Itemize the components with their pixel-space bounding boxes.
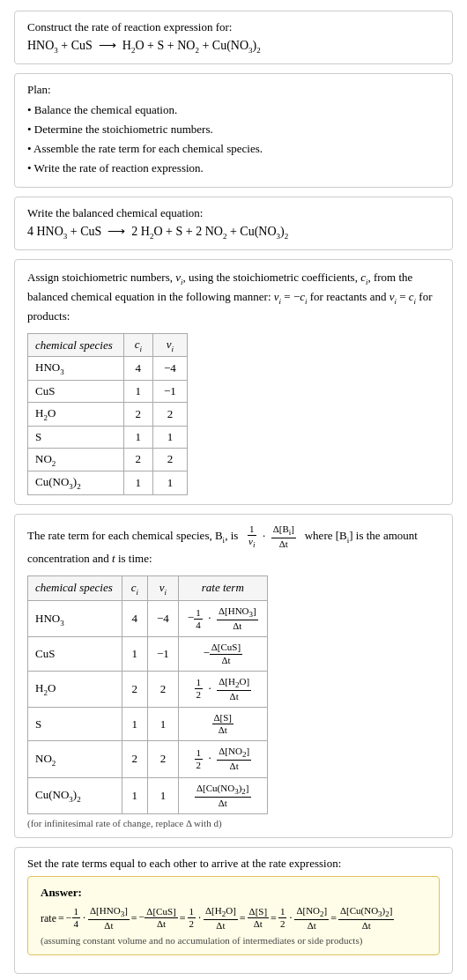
table-row: HNO3 4 −4 — [28, 357, 188, 381]
answer-note: (assuming constant volume and no accumul… — [41, 935, 426, 946]
rt-vi-hno3: −4 — [148, 601, 179, 637]
rt-ci-cus: 1 — [122, 637, 147, 671]
rt-ci-s: 1 — [122, 707, 147, 740]
plan-list: Balance the chemical equation. Determine… — [27, 100, 440, 178]
table-row: S 1 1 Δ[S]Δt — [28, 707, 268, 740]
stoich-col-vi: νi — [153, 333, 188, 357]
rate-term-h2o-expr: 12 · Δ[H2O]Δt — [188, 905, 238, 932]
plan-step-4: Write the rate of reaction expression. — [27, 159, 440, 178]
rt-col-rateterm: rate term — [178, 575, 267, 601]
table-row: H2O 2 2 — [28, 402, 188, 426]
rate-term-hno3-expr: −14 · Δ[HNO3]Δt — [66, 905, 130, 932]
balanced-equation: 4 HNO3 + CuS ⟶ 2 H2O + S + 2 NO2 + Cu(NO… — [27, 224, 440, 241]
stoich-assign-text: Assign stoichiometric numbers, νi, using… — [27, 269, 440, 326]
construct-section: Construct the rate of reaction expressio… — [14, 11, 453, 64]
ci-s: 1 — [123, 426, 152, 448]
rate-term-cus-expr: −Δ[CuS]Δt — [139, 906, 178, 930]
table-row: CuS 1 −1 −Δ[CuS]Δt — [28, 637, 268, 671]
ci-no2: 2 — [123, 448, 152, 471]
stoich-col-ci: ci — [123, 333, 152, 357]
eq-2: = — [131, 908, 137, 929]
ci-hno3: 4 — [123, 357, 152, 381]
vi-cus: −1 — [153, 380, 188, 402]
table-row: NO2 2 2 — [28, 448, 188, 471]
rt-col-species: chemical species — [28, 575, 122, 601]
set-rate-section: Set the rate terms equal to each other t… — [14, 847, 453, 974]
answer-label: Answer: — [41, 886, 426, 900]
rt-species-hno3: HNO3 — [28, 601, 122, 637]
ci-cus: 1 — [123, 380, 152, 402]
rt-ci-h2o: 2 — [122, 671, 147, 707]
eq-1: = — [58, 908, 64, 929]
rate-term-fraction: 1 νi — [247, 523, 256, 550]
rt-term-no2: 12 · Δ[NO2]Δt — [178, 741, 267, 777]
vi-hno3: −4 — [153, 357, 188, 381]
rt-col-vi: νi — [148, 575, 179, 601]
rt-species-cus: CuS — [28, 637, 122, 671]
rate-expression: rate = −14 · Δ[HNO3]Δt = −Δ[CuS]Δt = 12 … — [41, 905, 426, 932]
stoich-col-species: chemical species — [28, 333, 124, 357]
stoich-table: chemical species ci νi HNO3 4 −4 CuS 1 −… — [27, 333, 188, 495]
rate-term-cuno32-expr: Δ[Cu(NO3)2]Δt — [338, 905, 394, 932]
rt-col-ci: ci — [122, 575, 147, 601]
rt-term-h2o: 12 · Δ[H2O]Δt — [178, 671, 267, 707]
ci-h2o: 2 — [123, 402, 152, 426]
vi-s: 1 — [153, 426, 188, 448]
rt-ci-no2: 2 — [122, 741, 147, 777]
rate-word: rate — [41, 908, 56, 929]
rate-term-s-expr: Δ[S]Δt — [248, 906, 270, 930]
stoich-section: Assign stoichiometric numbers, νi, using… — [14, 259, 453, 505]
balanced-section: Write the balanced chemical equation: 4 … — [14, 197, 453, 250]
vi-no2: 2 — [153, 448, 188, 471]
rate-term-footnote: (for infinitesimal rate of change, repla… — [27, 818, 440, 828]
table-row: H2O 2 2 12 · Δ[H2O]Δt — [28, 671, 268, 707]
rate-term-table: chemical species ci νi rate term HNO3 4 … — [27, 575, 268, 814]
rate-term-delta-fraction: Δ[Bi] Δt — [271, 523, 296, 550]
species-s: S — [28, 426, 124, 448]
plan-step-3: Assemble the rate term for each chemical… — [27, 139, 440, 159]
plan-step-1: Balance the chemical equation. — [27, 100, 440, 120]
rt-species-h2o: H2O — [28, 671, 122, 707]
species-h2o: H2O — [28, 402, 124, 426]
rt-term-cuno32: Δ[Cu(NO3)2]Δt — [178, 777, 267, 813]
rt-vi-cus: −1 — [148, 637, 179, 671]
plan-title: Plan: — [27, 83, 440, 97]
answer-box: Answer: rate = −14 · Δ[HNO3]Δt = −Δ[CuS]… — [27, 876, 440, 955]
rt-vi-cuno32: 1 — [148, 777, 179, 813]
construct-label: Construct the rate of reaction expressio… — [27, 20, 440, 34]
species-cus: CuS — [28, 380, 124, 402]
set-rate-text: Set the rate terms equal to each other t… — [27, 857, 440, 871]
species-hno3: HNO3 — [28, 357, 124, 381]
rate-term-section: The rate term for each chemical species,… — [14, 514, 453, 838]
eq-3: = — [180, 908, 186, 929]
table-row: NO2 2 2 12 · Δ[NO2]Δt — [28, 741, 268, 777]
eq-4: = — [240, 908, 246, 929]
balanced-title: Write the balanced chemical equation: — [27, 206, 440, 220]
eq-6: = — [330, 908, 337, 929]
table-row: HNO3 4 −4 −14 · Δ[HNO3]Δt — [28, 601, 268, 637]
table-row: Cu(NO3)2 1 1 — [28, 471, 188, 495]
reaction-equation: HNO3 + CuS ⟶ H2O + S + NO2 + Cu(NO3)2 — [27, 38, 440, 55]
table-row: CuS 1 −1 — [28, 380, 188, 402]
rt-species-cuno32: Cu(NO3)2 — [28, 777, 122, 813]
rt-ci-hno3: 4 — [122, 601, 147, 637]
rt-term-s: Δ[S]Δt — [178, 707, 267, 740]
rt-term-hno3: −14 · Δ[HNO3]Δt — [178, 601, 267, 637]
ci-cuno32: 1 — [123, 471, 152, 495]
species-cuno32: Cu(NO3)2 — [28, 471, 124, 495]
rt-species-no2: NO2 — [28, 741, 122, 777]
plan-step-2: Determine the stoichiometric numbers. — [27, 120, 440, 139]
rt-vi-s: 1 — [148, 707, 179, 740]
table-row: Cu(NO3)2 1 1 Δ[Cu(NO3)2]Δt — [28, 777, 268, 813]
rt-term-cus: −Δ[CuS]Δt — [178, 637, 267, 671]
rt-vi-h2o: 2 — [148, 671, 179, 707]
eq-5: = — [271, 908, 277, 929]
rt-ci-cuno32: 1 — [122, 777, 147, 813]
species-no2: NO2 — [28, 448, 124, 471]
rate-term-text: The rate term for each chemical species,… — [27, 523, 440, 568]
rate-term-no2-expr: 12 · Δ[NO2]Δt — [278, 905, 329, 932]
vi-h2o: 2 — [153, 402, 188, 426]
plan-section: Plan: Balance the chemical equation. Det… — [14, 73, 453, 188]
rt-species-s: S — [28, 707, 122, 740]
rt-vi-no2: 2 — [148, 741, 179, 777]
